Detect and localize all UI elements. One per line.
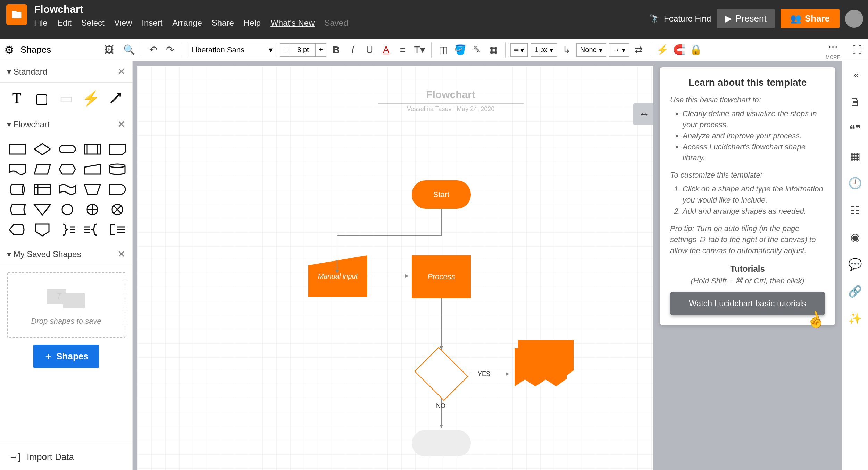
shape-preparation[interactable] xyxy=(58,162,77,177)
gear-icon[interactable]: ⚙ xyxy=(4,43,14,57)
user-avatar[interactable] xyxy=(845,10,863,28)
toolbar-shapes-label[interactable]: Shapes xyxy=(20,44,51,55)
history-icon[interactable]: 🕘 xyxy=(848,176,862,190)
line-start-select[interactable]: None▾ xyxy=(576,43,606,57)
document-title[interactable]: Flowchart xyxy=(34,3,649,15)
shape-options-icon[interactable]: ▦ xyxy=(486,43,500,57)
shape-or[interactable] xyxy=(83,202,102,217)
menu-view[interactable]: View xyxy=(114,18,132,28)
shape-document[interactable] xyxy=(8,162,27,177)
image-icon[interactable]: 🖼 xyxy=(102,43,116,57)
menu-edit[interactable]: Edit xyxy=(57,18,72,28)
add-shapes-button[interactable]: ＋ Shapes xyxy=(33,345,99,368)
collapse-panel-icon[interactable]: « xyxy=(848,68,862,82)
shape-manualop[interactable] xyxy=(83,182,102,197)
shape-connector[interactable] xyxy=(58,202,77,217)
shape-sum[interactable] xyxy=(108,202,127,217)
fullscreen-icon[interactable]: ⛶ xyxy=(850,43,864,57)
shape-directdata[interactable] xyxy=(8,182,27,197)
increase-size-button[interactable]: + xyxy=(315,43,326,57)
shape-annotation[interactable] xyxy=(108,222,127,237)
flowchart-section-header[interactable]: ▾ Flowchart ✕ xyxy=(0,114,132,135)
watch-tutorials-button[interactable]: Watch Lucidchart basic tutorials xyxy=(670,292,825,315)
font-size-input[interactable] xyxy=(291,43,315,57)
shape-start[interactable]: Start xyxy=(412,180,471,209)
shape-predefined[interactable] xyxy=(83,142,102,157)
shape-papertape[interactable] xyxy=(58,182,77,197)
font-family-select[interactable]: Liberation Sans▾ xyxy=(187,43,277,57)
line-tool[interactable] xyxy=(106,89,125,108)
fill-none-icon[interactable]: ◫ xyxy=(436,43,450,57)
magic-icon[interactable]: ✨ xyxy=(848,311,862,325)
menu-file[interactable]: File xyxy=(34,18,48,28)
menu-insert[interactable]: Insert xyxy=(142,18,162,28)
shape-display[interactable] xyxy=(8,222,27,237)
shape-decision[interactable] xyxy=(33,142,52,157)
shape-database[interactable] xyxy=(108,162,127,177)
shape-multidocument[interactable] xyxy=(515,340,574,388)
block-tool[interactable]: ▢ xyxy=(32,89,51,108)
shape-terminator[interactable] xyxy=(58,142,77,157)
shape-brace-left[interactable] xyxy=(83,222,102,237)
undo-icon[interactable]: ↶ xyxy=(146,43,160,57)
menu-whats-new[interactable]: What's New xyxy=(270,18,315,28)
canvas-area[interactable]: Flowchart Vesselina Tasev | May 24, 2020… xyxy=(133,61,653,470)
search-icon[interactable]: 🔍 xyxy=(122,43,136,57)
page-resize-handle[interactable]: ↔ xyxy=(633,103,655,125)
line-end-select[interactable]: →▾ xyxy=(609,43,629,57)
chat-icon[interactable]: 💬 xyxy=(848,257,862,271)
page-settings-icon[interactable]: 🗎 xyxy=(848,95,862,109)
theme-icon[interactable]: ◉ xyxy=(848,230,862,244)
menu-help[interactable]: Help xyxy=(244,18,261,28)
share-button[interactable]: 👥 Share xyxy=(781,9,840,28)
lock-icon[interactable]: 🔒 xyxy=(689,43,703,57)
saved-section-header[interactable]: ▾ My Saved Shapes ✕ xyxy=(0,243,132,265)
align-button[interactable]: ≡ xyxy=(396,43,410,57)
data-link-icon[interactable]: 🔗 xyxy=(848,284,862,298)
fill-color-icon[interactable]: 🪣 xyxy=(453,43,467,57)
app-logo[interactable] xyxy=(6,4,27,25)
text-tool[interactable]: T xyxy=(8,89,26,108)
layers-icon[interactable]: ☷ xyxy=(848,203,862,217)
text-options-button[interactable]: T▾ xyxy=(412,43,426,57)
feature-find-button[interactable]: 🔭 Feature Find xyxy=(649,14,711,24)
font-size-stepper[interactable]: - + xyxy=(280,43,326,57)
redo-icon[interactable]: ↷ xyxy=(163,43,177,57)
saved-shapes-dropzone[interactable]: T Drop shapes to save xyxy=(7,272,125,338)
line-width-select[interactable]: 1 px▾ xyxy=(531,43,557,57)
diagram-title-block[interactable]: Flowchart Vesselina Tasev | May 24, 2020 xyxy=(378,89,524,113)
italic-button[interactable]: I xyxy=(346,43,360,57)
bold-button[interactable]: B xyxy=(329,43,343,57)
menu-share[interactable]: Share xyxy=(212,18,234,28)
shape-storeddata[interactable] xyxy=(8,202,27,217)
magnet-icon[interactable]: 🧲 xyxy=(673,43,686,57)
line-route-icon[interactable]: ↳ xyxy=(560,43,574,57)
border-color-icon[interactable]: ✎ xyxy=(470,43,484,57)
bolt-icon[interactable]: ⚡ xyxy=(656,43,670,57)
close-icon[interactable]: ✕ xyxy=(117,248,125,260)
menu-select[interactable]: Select xyxy=(81,18,105,28)
shape-note[interactable] xyxy=(108,142,127,157)
shape-delay[interactable] xyxy=(108,182,127,197)
standard-section-header[interactable]: ▾ Standard ✕ xyxy=(0,61,132,83)
shape-merge[interactable] xyxy=(33,202,52,217)
dynamic-shape-tool[interactable]: ⚡ xyxy=(82,89,100,108)
diagram-canvas[interactable]: Flowchart Vesselina Tasev | May 24, 2020… xyxy=(137,66,653,470)
note-tool[interactable]: ▭ xyxy=(57,89,75,108)
shape-data[interactable] xyxy=(33,162,52,177)
shape-internal[interactable] xyxy=(33,182,52,197)
shape-brace-right[interactable] xyxy=(58,222,77,237)
text-color-button[interactable]: A xyxy=(379,43,393,57)
menu-arrange[interactable]: Arrange xyxy=(172,18,202,28)
line-style-select[interactable]: ━▾ xyxy=(510,43,528,57)
shape-offpage[interactable] xyxy=(33,222,52,237)
present-button[interactable]: ▶ Present xyxy=(717,9,775,28)
comments-icon[interactable]: ❝❞ xyxy=(848,122,862,136)
shape-manualinput[interactable] xyxy=(83,162,102,177)
underline-button[interactable]: U xyxy=(362,43,376,57)
import-data-button[interactable]: →] Import Data xyxy=(0,444,132,470)
shape-process[interactable] xyxy=(8,142,27,157)
swap-ends-icon[interactable]: ⇄ xyxy=(632,43,646,57)
close-icon[interactable]: ✕ xyxy=(117,66,125,77)
presentation-icon[interactable]: ▦ xyxy=(848,149,862,163)
